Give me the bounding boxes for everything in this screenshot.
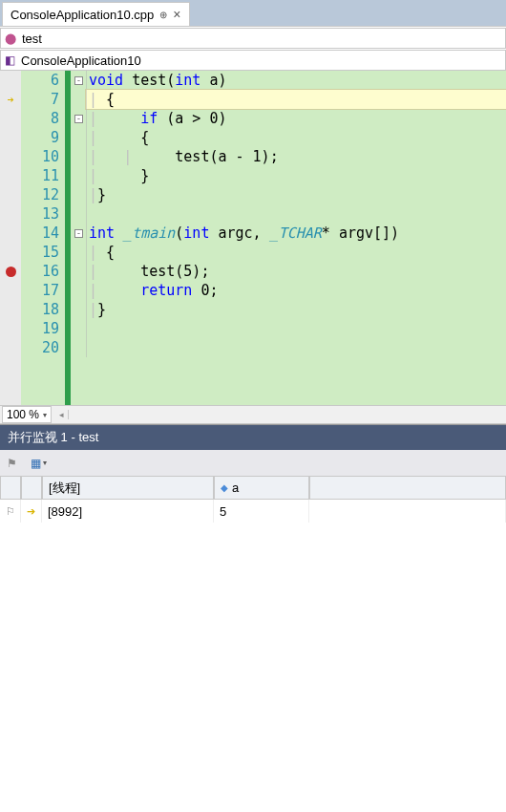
watch-header-current[interactable] bbox=[21, 477, 42, 500]
code-editor: ➔ 67891011121314151617181920 --- void te… bbox=[0, 71, 506, 405]
watch-toolbar: ⚑ ▦ ▾ bbox=[0, 450, 506, 477]
watch-row-var1[interactable]: 5 bbox=[214, 500, 309, 523]
zoom-level: 100 % bbox=[7, 408, 39, 421]
fold-cell[interactable] bbox=[71, 319, 86, 338]
watch-header-var1[interactable]: ◆ a bbox=[214, 477, 309, 500]
flag-outline-icon: ⚐ bbox=[6, 505, 15, 518]
watch-header-add[interactable] bbox=[309, 477, 506, 500]
line-number: 8 bbox=[21, 109, 59, 128]
line-number: 14 bbox=[21, 224, 59, 243]
class-scope-dropdown[interactable]: ◧ ConsoleApplication10 bbox=[0, 50, 506, 71]
gutter-row[interactable] bbox=[0, 300, 21, 319]
parallel-watch-panel: 并行监视 1 - test ⚑ ▦ ▾ [线程] ◆ a ⚐➔[8992]5 bbox=[0, 424, 506, 812]
watch-header-thread[interactable]: [线程] bbox=[42, 477, 214, 500]
line-number: 15 bbox=[21, 243, 59, 262]
line-number: 18 bbox=[21, 300, 59, 319]
code-line[interactable]: | return 0; bbox=[86, 281, 506, 300]
line-number: 13 bbox=[21, 204, 59, 224]
line-number: 9 bbox=[21, 128, 59, 147]
variable-icon: ◆ bbox=[221, 482, 228, 493]
fold-toggle-icon[interactable]: - bbox=[74, 115, 83, 123]
line-number: 16 bbox=[21, 262, 59, 281]
document-tab[interactable]: ConsoleApplication10.cpp ⊕ × bbox=[2, 2, 190, 26]
code-line[interactable]: | { bbox=[86, 128, 506, 147]
fold-gutter[interactable]: --- bbox=[71, 71, 86, 405]
gutter-row[interactable] bbox=[0, 281, 21, 300]
gutter-row[interactable] bbox=[0, 166, 21, 185]
code-line[interactable]: | } bbox=[86, 166, 506, 185]
flag-filter-button[interactable]: ⚑ bbox=[4, 454, 20, 473]
gutter-row[interactable] bbox=[0, 262, 21, 281]
fold-cell[interactable] bbox=[71, 262, 86, 281]
code-line[interactable]: void test(int a) bbox=[86, 71, 506, 90]
gutter-row[interactable] bbox=[0, 224, 21, 243]
gutter-row[interactable] bbox=[0, 109, 21, 128]
code-line[interactable]: int _tmain(int argc, _TCHAR* argv[]) bbox=[86, 224, 506, 243]
breakpoint-gutter[interactable]: ➔ bbox=[0, 71, 21, 405]
gutter-row[interactable] bbox=[0, 71, 21, 90]
gutter-row[interactable] bbox=[0, 319, 21, 338]
gutter-row[interactable] bbox=[0, 338, 21, 357]
line-number: 7 bbox=[21, 90, 59, 109]
fold-cell[interactable] bbox=[71, 185, 86, 204]
fold-cell[interactable]: - bbox=[71, 224, 86, 243]
fold-cell[interactable] bbox=[71, 166, 86, 185]
gutter-row[interactable] bbox=[0, 128, 21, 147]
fold-cell[interactable] bbox=[71, 147, 86, 166]
fold-cell[interactable] bbox=[71, 281, 86, 300]
line-number: 6 bbox=[21, 71, 59, 90]
document-tab-bar: ConsoleApplication10.cpp ⊕ × bbox=[0, 0, 506, 27]
class-icon: ◧ bbox=[5, 53, 15, 67]
function-scope-label: test bbox=[22, 32, 42, 46]
watch-header-flag[interactable] bbox=[0, 477, 21, 500]
close-icon[interactable]: × bbox=[173, 7, 180, 22]
gutter-row[interactable] bbox=[0, 185, 21, 204]
fold-cell[interactable] bbox=[71, 90, 86, 109]
code-line[interactable]: |} bbox=[86, 185, 506, 204]
fold-cell[interactable] bbox=[71, 300, 86, 319]
fold-cell[interactable] bbox=[71, 204, 86, 224]
watch-header-thread-label: [线程] bbox=[49, 480, 80, 497]
watch-header-var1-label: a bbox=[232, 481, 239, 495]
code-line[interactable]: | { bbox=[86, 243, 506, 262]
line-number: 12 bbox=[21, 185, 59, 204]
code-line[interactable]: |} bbox=[86, 300, 506, 319]
breakpoint-icon bbox=[6, 267, 16, 277]
code-line[interactable]: | { bbox=[86, 90, 506, 109]
gutter-row[interactable] bbox=[0, 204, 21, 224]
line-number: 10 bbox=[21, 147, 59, 166]
watch-grid: [线程] ◆ a ⚐➔[8992]5 bbox=[0, 477, 506, 523]
fold-cell[interactable] bbox=[71, 128, 86, 147]
fold-cell[interactable]: - bbox=[71, 109, 86, 128]
tab-filename: ConsoleApplication10.cpp bbox=[11, 8, 154, 22]
code-line[interactable]: | | test(a - 1); bbox=[86, 147, 506, 166]
watch-row-empty[interactable] bbox=[309, 500, 506, 523]
zoom-dropdown[interactable]: 100 % bbox=[2, 406, 52, 423]
code-line[interactable]: | test(5); bbox=[86, 262, 506, 281]
code-line[interactable] bbox=[86, 319, 506, 338]
code-area[interactable]: void test(int a)| {| if (a > 0)| {| | te… bbox=[86, 71, 506, 405]
line-number: 11 bbox=[21, 166, 59, 185]
watch-row-thread[interactable]: [8992] bbox=[42, 500, 214, 523]
current-line-arrow-icon: ➔ bbox=[7, 93, 13, 106]
fold-toggle-icon[interactable]: - bbox=[74, 229, 83, 238]
code-line[interactable] bbox=[86, 338, 506, 357]
gutter-row[interactable] bbox=[0, 243, 21, 262]
watch-row-flag[interactable]: ⚐ bbox=[0, 500, 21, 523]
fold-cell[interactable]: - bbox=[71, 71, 86, 90]
gutter-row[interactable] bbox=[0, 147, 21, 166]
line-number: 19 bbox=[21, 319, 59, 338]
fold-cell[interactable] bbox=[71, 338, 86, 357]
function-scope-dropdown[interactable]: ⬤ test bbox=[0, 28, 506, 49]
fold-toggle-icon[interactable]: - bbox=[74, 76, 83, 85]
fold-cell[interactable] bbox=[71, 243, 86, 262]
code-line[interactable]: | if (a > 0) bbox=[86, 109, 506, 128]
columns-button[interactable]: ▦ ▾ bbox=[28, 454, 50, 473]
class-scope-label: ConsoleApplication10 bbox=[21, 53, 141, 68]
dropdown-arrow-icon: ▾ bbox=[43, 459, 47, 467]
gutter-row[interactable]: ➔ bbox=[0, 90, 21, 109]
pin-icon[interactable]: ⊕ bbox=[159, 10, 167, 20]
editor-footer-bar: 100 % ◂ bbox=[0, 405, 506, 424]
scroll-left-button[interactable]: ◂ bbox=[55, 410, 69, 419]
code-line[interactable] bbox=[86, 204, 506, 224]
